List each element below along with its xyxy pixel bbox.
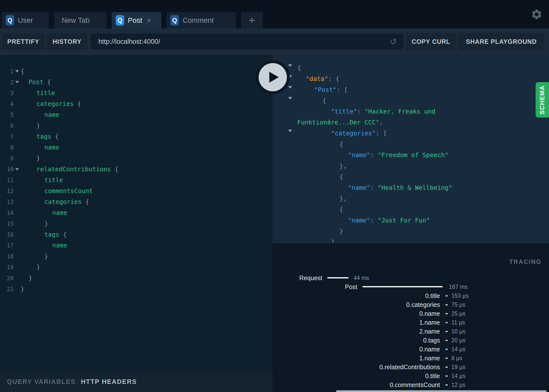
url-input[interactable]: http://localhost:4000/ ↺ (91, 34, 403, 49)
new-tab-button[interactable]: + (241, 12, 263, 28)
code-text: name (21, 240, 67, 251)
trace-dash-icon (445, 304, 448, 305)
trace-row: 0.name25 μs (273, 309, 549, 318)
result-pane: {"data": {"Post": [{"title": "Hacker, Fr… (273, 55, 549, 392)
editor-line[interactable]: 7tags { (0, 131, 273, 142)
fold-arrow-icon[interactable] (14, 168, 21, 171)
line-number: 8 (0, 144, 14, 151)
response-viewer: {"data": {"Post": [{"title": "Hacker, Fr… (273, 55, 549, 243)
editor-line[interactable]: 14name (0, 207, 273, 218)
line-number: 14 (0, 210, 14, 216)
response-line: ] (273, 237, 549, 243)
response-text: "name": "Just For Fun" (273, 215, 549, 226)
schema-tab[interactable]: SCHEMA (536, 82, 549, 118)
trace-time: 12 μs (451, 380, 466, 389)
tab-label: Post (128, 16, 142, 24)
execute-query-button[interactable] (256, 60, 290, 94)
editor-line[interactable]: 1{ (0, 66, 273, 77)
trace-time: 167 ms (449, 282, 467, 291)
trace-label: Request (299, 273, 322, 282)
history-button[interactable]: HISTORY (47, 33, 87, 50)
response-text: { (273, 204, 549, 215)
query-badge-icon: Q (170, 15, 179, 25)
trace-row: 0.title153 μs (273, 291, 549, 300)
line-number: 3 (0, 90, 14, 96)
refresh-icon[interactable]: ↺ (390, 37, 397, 46)
editor-line[interactable]: 21} (0, 284, 273, 294)
trace-dash-icon (445, 322, 448, 323)
editor-line[interactable]: 12commentsCount (0, 186, 273, 196)
fold-arrow-icon[interactable] (14, 70, 21, 73)
editor-line[interactable]: 20} (0, 273, 273, 284)
trace-label: 0.categories (406, 300, 440, 309)
code-text: categories { (21, 98, 81, 109)
editor-line[interactable]: 3title (0, 88, 273, 98)
trace-label: 0.relatedContributions (379, 363, 440, 371)
code-text: } (21, 153, 40, 164)
trace-row: 0.commentsCount12 μs (273, 380, 549, 389)
graphql-playground-window: QUserNew TabQPost×QComment + PRETTIFY HI… (0, 0, 549, 392)
code-text: } (21, 284, 24, 294)
copy-curl-button[interactable]: COPY CURL (406, 33, 456, 50)
tab-new-tab[interactable]: New Tab (54, 12, 107, 28)
settings-gear-icon[interactable] (531, 8, 543, 20)
response-line: { (273, 172, 549, 182)
prettify-button[interactable]: PRETTIFY (2, 33, 45, 50)
query-variables-tab[interactable]: QUERY VARIABLES (7, 378, 76, 386)
response-text: "categories": [ (273, 128, 549, 139)
query-editor[interactable]: 1{2Post {3title4categories {5name6}7tags… (0, 55, 273, 371)
line-number: 20 (0, 275, 14, 281)
editor-line[interactable]: 13categories { (0, 196, 273, 207)
line-number: 2 (0, 79, 14, 85)
share-playground-button[interactable]: SHARE PLAYGROUND (459, 33, 544, 50)
response-line: { (273, 95, 549, 106)
fold-arrow-icon[interactable] (14, 81, 21, 83)
tab-comment[interactable]: QComment (166, 12, 236, 28)
query-badge-icon: Q (6, 15, 14, 25)
close-icon[interactable]: × (147, 16, 151, 24)
editor-line[interactable]: 16tags { (0, 229, 273, 240)
trace-label: 1.name (419, 354, 440, 363)
trace-dash-icon (445, 295, 448, 296)
code-text: commentsCount (21, 186, 93, 196)
tab-post[interactable]: QPost× (112, 12, 161, 28)
fold-arrow-icon[interactable] (288, 132, 292, 137)
fold-arrow-icon[interactable] (288, 89, 292, 93)
trace-label: 0.commentsCount (390, 380, 440, 389)
editor-line[interactable]: 2Post { (0, 77, 273, 88)
trace-dash-icon (445, 375, 448, 377)
editor-line[interactable]: 5name (0, 109, 273, 120)
trace-label: 0.title (425, 291, 440, 300)
fold-arrow-icon[interactable] (288, 99, 292, 104)
editor-line[interactable]: 11title (0, 175, 273, 186)
code-text: } (21, 262, 40, 273)
trace-time: 153 μs (451, 291, 469, 300)
code-text: } (21, 273, 32, 284)
http-headers-tab[interactable]: HTTP HEADERS (81, 378, 137, 386)
trace-dash-icon (445, 384, 448, 386)
response-text: } (273, 226, 549, 237)
editor-line[interactable]: 8name (0, 142, 273, 153)
code-text: title (21, 88, 55, 98)
editor-line[interactable]: 10relatedContributions { (0, 164, 273, 175)
trace-time: 19 μs (451, 363, 466, 371)
line-number: 11 (0, 177, 14, 183)
editor-line[interactable]: 9} (0, 153, 273, 164)
editor-line[interactable]: 17name (0, 240, 273, 251)
editor-line[interactable]: 6} (0, 120, 273, 131)
editor-line[interactable]: 19} (0, 262, 273, 273)
query-pane: 1{2Post {3title4categories {5name6}7tags… (0, 55, 273, 392)
code-text: tags { (21, 131, 59, 142)
fold-arrow-icon[interactable] (288, 67, 292, 71)
tracing-horizontal-scrollbar[interactable] (336, 390, 547, 392)
response-text: { (273, 95, 549, 106)
tab-label: User (18, 16, 33, 24)
editor-line[interactable]: 15} (0, 218, 273, 229)
editor-line[interactable]: 18} (0, 251, 273, 262)
tab-user[interactable]: QUser (2, 12, 49, 28)
trace-dash-icon (445, 349, 448, 350)
editor-line[interactable]: 4categories { (0, 98, 273, 109)
response-line: "Post": [ (273, 84, 549, 95)
response-line: }, (273, 161, 549, 172)
response-line: { (273, 204, 549, 215)
